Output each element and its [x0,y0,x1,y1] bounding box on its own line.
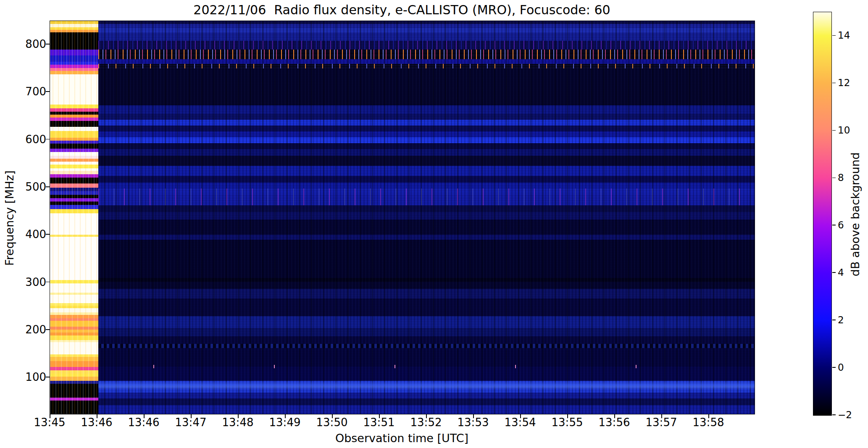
x-tick-label: 13:57 [646,416,677,429]
x-tick-label: 13:46 [128,416,160,429]
x-tick-label: 13:56 [599,416,630,429]
colorbar-tick-label: −2 [838,409,852,420]
x-tick-label: 13:48 [222,416,254,429]
colorbar-tick-label: 6 [838,220,844,231]
colorbar-tick-mark [832,272,836,273]
figure-title: 2022/11/06 Radio flux density, e-CALLIST… [50,3,754,17]
colorbar-tick-mark [832,178,836,178]
colorbar-tick-mark [832,225,836,225]
y-tick-mark [46,234,50,235]
y-tick-label: 700 [25,85,46,98]
y-tick-label: 300 [25,276,46,288]
colorbar-tick-mark [832,367,836,368]
calibration-texture-overlay [50,21,98,414]
x-tick-label: 13:50 [316,416,348,429]
y-tick-label: 200 [25,323,46,336]
rfi-dotted-row [98,344,755,348]
y-tick-label: 800 [25,38,46,50]
colorbar-tick-label: 2 [838,314,844,325]
colorbar-tick-mark [832,35,836,36]
rfi-sparse-dashes [98,365,755,368]
x-tick-label: 13:45 [34,416,66,429]
spectrogram-figure: 2022/11/06 Radio flux density, e-CALLIST… [0,0,868,448]
y-tick-mark [46,139,50,140]
y-tick-mark [46,282,50,283]
colorbar-gradient [813,12,831,415]
y-tick-mark [46,329,50,330]
colorbar-label: dB above background [849,114,862,315]
striation-overlay [98,21,755,414]
y-tick-label: 100 [25,371,46,383]
x-axis-label: Observation time [UTC] [50,432,754,445]
colorbar-tick-label: 4 [838,267,844,278]
colorbar-tick-label: 8 [838,172,844,183]
x-tick-label: 13:47 [175,416,207,429]
y-tick-mark [46,91,50,92]
colorbar-tick-mark [832,414,836,415]
plot-area [50,21,755,414]
x-tick-label: 13:51 [363,416,395,429]
y-tick-mark [46,186,50,187]
rfi-speckle-orange2 [98,64,755,68]
x-tick-label: 13:55 [552,416,583,429]
y-tick-mark [46,44,50,45]
x-tick-label: 13:53 [458,416,489,429]
x-tick-label: 13:58 [693,416,724,429]
x-tick-label: 13:49 [269,416,301,429]
y-tick-label: 600 [25,133,46,146]
colorbar-tick-mark [832,83,836,84]
y-tick-label: 500 [25,181,46,193]
colorbar [813,12,832,416]
y-tick-label: 400 [25,228,46,241]
x-tick-label: 13:46 [81,416,113,429]
x-tick-label: 13:52 [410,416,442,429]
rfi-speckle-magenta [98,189,755,205]
colorbar-tick-mark [832,320,836,320]
colorbar-tick-mark [832,130,836,131]
x-tick-label: 13:54 [505,416,536,429]
rfi-band-core [98,381,755,393]
colorbar-tick-label: 12 [838,77,850,88]
colorbar-tick-label: 14 [838,30,850,41]
colorbar-tick-label: 0 [838,362,844,373]
rfi-speckle-purple [98,41,755,50]
rfi-speckle-orange [98,50,755,59]
y-axis-label: Frequency [MHz] [3,118,16,319]
y-tick-mark [46,377,50,377]
